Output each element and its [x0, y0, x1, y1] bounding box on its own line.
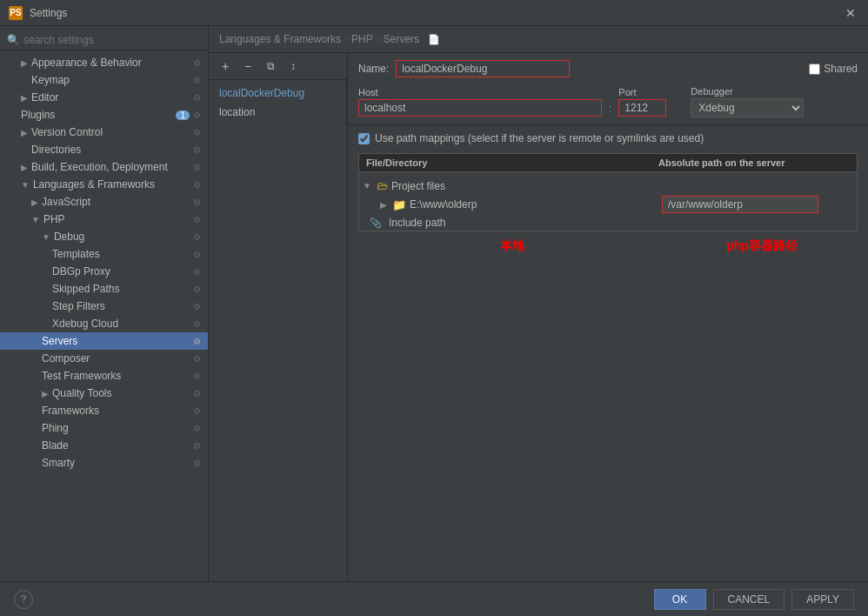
window-title: Settings: [30, 7, 842, 19]
breadcrumb-php: PHP: [351, 33, 373, 45]
sidebar-item-step-filters[interactable]: Step Filters ⚙: [0, 298, 208, 315]
sidebar-item-directories[interactable]: Directories ⚙: [0, 141, 208, 158]
sidebar-item-label: Smarty: [42, 457, 190, 469]
sidebar-item-templates[interactable]: Templates ⚙: [0, 245, 208, 263]
sidebar-item-label: Quality Tools: [52, 387, 190, 399]
settings-icon: ⚙: [193, 180, 201, 190]
path-mappings-checkbox[interactable]: [358, 133, 370, 144]
sidebar-item-smarty[interactable]: Smarty ⚙: [0, 454, 208, 472]
sidebar-item-appearance[interactable]: ▶ Appearance & Behavior ⚙: [0, 54, 208, 71]
sidebar-item-label: Test Frameworks: [42, 370, 190, 382]
table-row: ▼ 🗁 Project files: [359, 177, 857, 194]
sidebar-item-blade[interactable]: Blade ⚙: [0, 437, 208, 454]
colon-sep: :: [609, 103, 611, 115]
sidebar-item-version-control[interactable]: ▶ Version Control ⚙: [0, 124, 208, 141]
shared-checkbox[interactable]: [809, 64, 820, 75]
copy-server-button[interactable]: ⧉: [261, 57, 280, 76]
sidebar-item-composer[interactable]: Composer ⚙: [0, 350, 208, 367]
sidebar-item-editor[interactable]: ▶ Editor ⚙: [0, 89, 208, 106]
settings-icon: ⚙: [193, 302, 201, 311]
breadcrumb-sep1: ›: [344, 33, 348, 45]
settings-icon: ⚙: [193, 250, 201, 259]
settings-icon: ⚙: [193, 354, 201, 364]
chevron-right-icon: ▶: [42, 389, 49, 398]
help-button[interactable]: ?: [14, 590, 33, 609]
app-icon: PS: [9, 6, 23, 20]
settings-icon: ⚙: [193, 110, 201, 120]
sidebar-item-label: Languages & Frameworks: [33, 178, 190, 191]
settings-icon: ⚙: [193, 424, 201, 433]
ok-button[interactable]: OK: [654, 589, 706, 610]
settings-icon: ⚙: [193, 215, 201, 224]
add-server-button[interactable]: +: [216, 57, 235, 76]
apply-button[interactable]: APPLY: [791, 589, 854, 610]
bottom-bar: ? OK CANCEL APPLY: [0, 581, 868, 616]
sidebar-item-frameworks[interactable]: Frameworks ⚙: [0, 402, 208, 419]
chevron-right-icon: ▶: [21, 58, 28, 68]
sidebar-item-label: Editor: [31, 91, 190, 104]
sidebar-item-keymap[interactable]: Keymap ⚙: [0, 71, 208, 89]
sidebar-item-javascript[interactable]: ▶ JavaScript ⚙: [0, 193, 208, 211]
name-input[interactable]: [396, 60, 570, 77]
move-server-button[interactable]: ↕: [284, 57, 303, 76]
settings-icon: ⚙: [193, 163, 201, 172]
breadcrumb-servers: Servers: [384, 33, 419, 45]
project-files-label: Project files: [391, 180, 445, 192]
host-input[interactable]: [358, 99, 602, 117]
breadcrumb-sep2: ›: [377, 33, 380, 45]
sidebar-item-label: Templates: [52, 248, 190, 260]
search-input[interactable]: [23, 34, 201, 46]
chevron-right-icon: ▶: [31, 198, 38, 207]
sidebar-item-test-frameworks[interactable]: Test Frameworks ⚙: [0, 367, 208, 385]
sidebar-item-label: DBGp Proxy: [52, 265, 190, 278]
settings-icon: ⚙: [193, 389, 201, 398]
sidebar-item-label: JavaScript: [42, 196, 190, 208]
chevron-right-icon: ▶: [21, 163, 28, 172]
table-row: ▶ 📁 E:\www\olderp: [359, 194, 857, 215]
sidebar-item-label: Debug: [54, 231, 190, 243]
settings-icon: ⚙: [193, 93, 201, 103]
sidebar-item-debug[interactable]: ▼ Debug ⚙: [0, 228, 208, 245]
settings-icon: ⚙: [193, 372, 201, 381]
sidebar-item-phing[interactable]: Phing ⚙: [0, 419, 208, 437]
server-toolbar: + − ⧉ ↕: [209, 53, 347, 80]
chevron-down-icon: ▼: [31, 215, 40, 224]
chevron-down-icon: ▼: [21, 180, 30, 190]
main-panel: Languages & Frameworks › PHP › Servers 📄…: [209, 26, 868, 581]
sidebar-item-label: Build, Execution, Deployment: [31, 161, 190, 173]
container-label: php容器路径: [726, 238, 798, 252]
sidebar-item-label: PHP: [43, 213, 190, 225]
settings-icon: ⚙: [193, 285, 201, 294]
tree-expand-project[interactable]: ▼: [363, 181, 371, 191]
folder-icon: 📁: [392, 198, 406, 211]
sidebar-item-php[interactable]: ▼ PHP ⚙: [0, 211, 208, 228]
sidebar-item-label: Appearance & Behavior: [31, 57, 190, 69]
settings-icon: ⚙: [193, 145, 201, 155]
tree-expand-folder[interactable]: ▶: [380, 200, 387, 210]
sidebar-item-lang-frameworks[interactable]: ▼ Languages & Frameworks ⚙: [0, 176, 208, 193]
sidebar-item-plugins[interactable]: Plugins 1 ⚙: [0, 106, 208, 124]
close-button[interactable]: ✕: [842, 4, 859, 22]
sidebar-item-label: Version Control: [31, 126, 190, 138]
search-icon: 🔍: [7, 34, 20, 46]
sidebar-item-dbgp-proxy[interactable]: DBGp Proxy ⚙: [0, 263, 208, 280]
remove-server-button[interactable]: −: [238, 57, 257, 76]
cancel-button[interactable]: CANCEL: [713, 589, 785, 610]
search-bar[interactable]: 🔍: [0, 30, 208, 50]
breadcrumb-icon: 📄: [428, 34, 440, 45]
settings-icon: ⚙: [193, 337, 201, 346]
sidebar-item-xdebug-cloud[interactable]: Xdebug Cloud ⚙: [0, 315, 208, 332]
sidebar-item-label: Plugins: [21, 109, 172, 121]
server-list-item-local-docker[interactable]: localDockerDebug: [209, 84, 346, 103]
debugger-select[interactable]: Xdebug Zend Debugger: [691, 98, 804, 117]
sidebar-item-skipped-paths[interactable]: Skipped Paths ⚙: [0, 280, 208, 298]
sidebar-item-build[interactable]: ▶ Build, Execution, Deployment ⚙: [0, 158, 208, 176]
sidebar-item-quality-tools[interactable]: ▶ Quality Tools ⚙: [0, 385, 208, 402]
sidebar-item-label: Keymap: [31, 74, 190, 86]
sidebar-item-servers[interactable]: Servers ⚙: [0, 332, 208, 350]
server-list-item-location[interactable]: location: [209, 103, 346, 122]
port-input[interactable]: [618, 99, 666, 117]
chevron-right-icon: ▶: [21, 128, 28, 137]
settings-icon: ⚙: [193, 232, 201, 242]
server-path-input[interactable]: [662, 196, 818, 213]
